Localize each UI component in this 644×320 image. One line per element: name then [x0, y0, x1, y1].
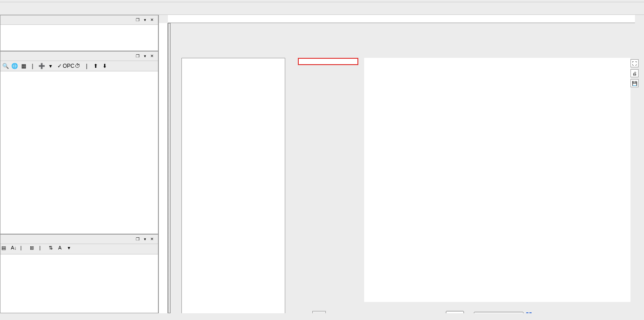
trend-chart[interactable]	[364, 58, 630, 302]
close-icon[interactable]: ✕	[149, 53, 155, 59]
vertical-ruler	[159, 23, 168, 313]
tag-browser-tree[interactable]	[0, 71, 158, 234]
tag-browser-panel: ❐ ▾ ✕ 🔍 🌐 ▦ | ➕ ▾ ✓ OPC ⏱ | ⬆ ⬇	[0, 51, 158, 234]
horizontal-ruler	[168, 15, 635, 23]
close-icon[interactable]: ✕	[149, 17, 155, 23]
project-browser-panel: ❐ ▾ ✕	[0, 15, 158, 51]
pens-title	[300, 60, 356, 63]
property-editor-panel: ❐ ▾ ✕ ▤ A↓ | ⊞ | ⇅ A ▾	[0, 234, 158, 313]
print-icon[interactable]: 🖨	[630, 69, 639, 77]
clock-icon[interactable]: ⏱	[74, 62, 82, 70]
sort-icon[interactable]: A↓	[11, 245, 19, 253]
binocular-icon[interactable]: 🔍	[1, 62, 9, 70]
pin-icon[interactable]: ▾	[142, 236, 148, 242]
tag-browse-tree-component[interactable]	[181, 58, 285, 313]
pause-button[interactable]	[526, 312, 532, 313]
last-control: ▴▾	[443, 311, 532, 313]
expand-icon[interactable]: ⇅	[49, 245, 57, 253]
main-toolbar	[0, 2, 644, 15]
restore-icon[interactable]: ❐	[134, 236, 141, 242]
font-icon[interactable]: A	[58, 245, 66, 253]
pin-icon[interactable]: ▾	[142, 53, 148, 59]
udt-icon[interactable]: ⊞	[30, 245, 38, 253]
save-icon[interactable]: 💾	[630, 79, 639, 87]
tag-browser-toolbar: 🔍 🌐 ▦ | ➕ ▾ ✓ OPC ⏱ | ⬆ ⬇	[0, 61, 158, 71]
vertical-splitter[interactable]	[168, 23, 171, 313]
pens-legend	[298, 58, 358, 65]
last-unit-select[interactable]	[474, 312, 524, 313]
import-icon[interactable]: ⬆	[92, 62, 100, 70]
last-value-input[interactable]	[446, 311, 464, 313]
filter-icon[interactable]: ▤	[1, 245, 9, 253]
table-icon[interactable]: ▦	[19, 62, 28, 70]
export-icon[interactable]: ⬇	[101, 62, 109, 70]
property-editor-toolbar: ▤ A↓ | ⊞ | ⇅ A ▾	[0, 244, 158, 254]
maximize-icon[interactable]: ⛶	[630, 59, 639, 67]
pin-icon[interactable]: ▾	[142, 17, 148, 23]
apply-button[interactable]	[312, 311, 326, 313]
new-tag-icon[interactable]: ➕	[37, 62, 46, 70]
restore-icon[interactable]: ❐	[134, 53, 141, 59]
restore-icon[interactable]: ❐	[134, 17, 141, 23]
close-icon[interactable]: ✕	[149, 236, 155, 242]
opc-icon[interactable]: OPC	[65, 62, 73, 70]
design-canvas: ⛶ 🖨 💾 ▴▾	[159, 15, 644, 313]
property-editor-grid[interactable]	[0, 254, 158, 313]
globe-icon[interactable]: 🌐	[10, 62, 19, 70]
